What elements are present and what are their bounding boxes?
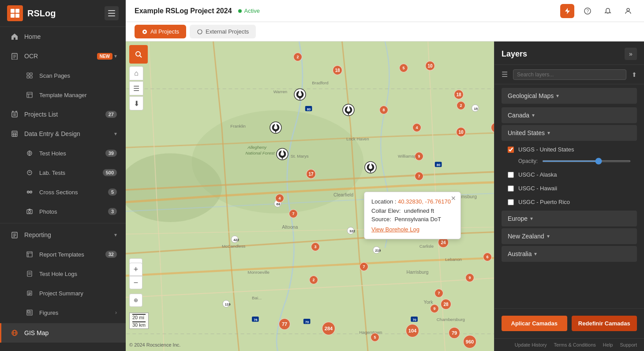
borehole-marker[interactable]: 18 bbox=[333, 65, 342, 75]
apply-layers-button[interactable]: Aplicar Camadas bbox=[502, 316, 567, 331]
target-marker[interactable] bbox=[293, 88, 307, 101]
map-download-button[interactable]: ⬇ bbox=[129, 96, 143, 110]
usgc-puerto-rico-checkbox[interactable] bbox=[508, 199, 514, 205]
borehole-marker[interactable]: 7 bbox=[289, 209, 298, 218]
borehole-marker[interactable]: 9 bbox=[415, 152, 423, 161]
target-marker[interactable] bbox=[276, 147, 289, 161]
sidebar-item-template-manager[interactable]: Template Manager bbox=[0, 85, 126, 105]
map-search-button[interactable] bbox=[129, 45, 148, 64]
usgc-alaska-checkbox[interactable] bbox=[508, 172, 514, 178]
support-link[interactable]: Support bbox=[620, 342, 637, 347]
borehole-marker[interactable]: 79 bbox=[449, 327, 460, 339]
opacity-slider[interactable] bbox=[542, 160, 631, 162]
borehole-marker[interactable]: 3 bbox=[311, 242, 320, 251]
sidebar-item-project-summary[interactable]: Project Summary bbox=[0, 283, 126, 303]
new-zealand-group-header[interactable]: New Zealand ▾ bbox=[502, 228, 637, 244]
australia-label: Australia bbox=[508, 250, 532, 257]
borehole-marker[interactable]: 4 bbox=[275, 194, 284, 203]
svg-text:Chambersburg: Chambersburg bbox=[437, 317, 465, 322]
usgc-puerto-rico-label: USGC - Puerto Rico bbox=[518, 199, 631, 205]
borehole-marker[interactable]: 5 bbox=[399, 64, 408, 72]
borehole-marker[interactable]: 6 bbox=[483, 253, 492, 261]
sidebar-item-figures[interactable]: Figures › bbox=[0, 303, 126, 322]
borehole-marker[interactable]: 77 bbox=[279, 318, 290, 330]
sidebar-item-gis-map[interactable]: GIS Map bbox=[0, 323, 126, 343]
zoom-in-button[interactable]: + bbox=[129, 263, 142, 276]
sidebar-item-cross-sections[interactable]: Cross Sections 5 bbox=[0, 182, 126, 202]
borehole-marker[interactable]: 9 bbox=[465, 273, 474, 282]
europe-group-header[interactable]: Europe ▾ bbox=[502, 211, 637, 226]
sidebar-item-photos[interactable]: Photos 3 bbox=[0, 202, 126, 221]
tab-external-projects[interactable]: External Projects bbox=[190, 25, 256, 38]
canada-group-header[interactable]: Canada ▾ bbox=[502, 107, 637, 123]
borehole-marker[interactable]: 10 bbox=[456, 127, 466, 137]
popup-close-button[interactable]: ✕ bbox=[451, 195, 456, 202]
layers-search-input[interactable] bbox=[513, 69, 626, 80]
borehole-marker[interactable]: 2 bbox=[309, 276, 318, 284]
target-marker[interactable] bbox=[342, 103, 355, 117]
compass-button[interactable]: ⊕ bbox=[129, 294, 142, 307]
target-marker[interactable] bbox=[269, 121, 282, 134]
borehole-marker[interactable]: 7 bbox=[359, 262, 368, 271]
sidebar-item-home[interactable]: Home bbox=[0, 27, 126, 46]
notifications-button[interactable] bbox=[601, 4, 615, 18]
borehole-marker[interactable]: 2 bbox=[457, 101, 465, 110]
australia-group-header[interactable]: Australia ▾ bbox=[502, 246, 637, 262]
borehole-marker[interactable]: 5 bbox=[371, 333, 379, 342]
borehole-marker[interactable]: 17 bbox=[306, 169, 316, 179]
sidebar-item-report-templates[interactable]: Report Templates 32 bbox=[0, 245, 126, 264]
borehole-marker[interactable]: 10 bbox=[425, 61, 435, 71]
borehole-marker[interactable]: 7 bbox=[415, 172, 423, 181]
help-button[interactable]: ? bbox=[580, 4, 595, 18]
geological-maps-header[interactable]: Geological Maps ▾ bbox=[502, 88, 637, 104]
svg-text:?: ? bbox=[587, 9, 589, 14]
borehole-marker[interactable]: 28 bbox=[441, 299, 451, 309]
usgc-hawaii-checkbox[interactable] bbox=[508, 185, 514, 192]
data-entry-chevron: ▾ bbox=[114, 131, 117, 137]
zoom-out-button[interactable]: − bbox=[129, 276, 142, 289]
borehole-marker[interactable]: 284 bbox=[322, 322, 335, 335]
usgs-us-checkbox[interactable] bbox=[508, 147, 514, 153]
sidebar-item-projects-list[interactable]: Projects List 27 bbox=[0, 105, 126, 124]
sidebar-item-data-entry[interactable]: Data Entry & Design ▾ bbox=[0, 124, 126, 143]
layers-expand-button[interactable]: » bbox=[625, 48, 637, 60]
sidebar-item-lab-tests[interactable]: Lab. Tests 500 bbox=[0, 163, 126, 182]
terms-link[interactable]: Terms & Conditions bbox=[554, 342, 595, 347]
lightning-button[interactable] bbox=[560, 4, 574, 18]
layers-list-button[interactable]: ☰ bbox=[500, 68, 509, 80]
svg-point-29 bbox=[27, 170, 32, 175]
borehole-marker[interactable]: 960 bbox=[463, 335, 476, 348]
popup-borehole-link[interactable]: View Borehole Log bbox=[371, 226, 419, 233]
borehole-marker[interactable]: 2 bbox=[293, 53, 302, 61]
europe-label: Europe bbox=[508, 215, 528, 222]
borehole-marker[interactable]: 9 bbox=[430, 304, 439, 313]
layers-scroll-button[interactable]: ⬆ bbox=[630, 69, 639, 80]
reset-layers-button[interactable]: Redefinir Camadas bbox=[572, 316, 637, 331]
sidebar-item-ocr[interactable]: OCR NEW ▾ bbox=[0, 46, 126, 66]
map-home-button[interactable]: ⌂ bbox=[129, 66, 143, 80]
sidebar-item-scan-pages[interactable]: Scan Pages bbox=[0, 66, 126, 85]
sidebar-item-test-hole-logs[interactable]: Test Hole Logs bbox=[0, 264, 126, 283]
svg-rect-15 bbox=[12, 112, 17, 117]
user-button[interactable] bbox=[621, 4, 635, 18]
borehole-marker[interactable]: 8 bbox=[379, 106, 388, 114]
projects-list-label: Projects List bbox=[24, 111, 105, 118]
svg-rect-8 bbox=[27, 73, 29, 75]
sidebar-item-test-holes[interactable]: Test Holes 39 bbox=[0, 143, 126, 163]
target-marker[interactable] bbox=[364, 161, 377, 174]
borehole-marker[interactable]: 4 bbox=[412, 123, 421, 132]
update-history-link[interactable]: Update History bbox=[515, 342, 547, 347]
borehole-marker[interactable]: 7 bbox=[434, 289, 443, 298]
sidebar-item-reporting[interactable]: Reporting ▾ bbox=[0, 225, 126, 245]
tab-all-projects[interactable]: All Projects bbox=[135, 25, 186, 38]
sidebar-logo: RSLog bbox=[0, 0, 126, 27]
hamburger-button[interactable] bbox=[105, 6, 119, 20]
svg-text:219: 219 bbox=[375, 249, 381, 253]
map-container[interactable]: Franklin St. Marys Lock Haven Williamspo… bbox=[126, 42, 494, 351]
us-group-header[interactable]: United States ▾ bbox=[502, 125, 637, 141]
help-link[interactable]: Help bbox=[603, 342, 613, 347]
borehole-marker[interactable]: 104 bbox=[406, 324, 419, 337]
map-layers-list-button[interactable]: ☰ bbox=[129, 81, 143, 95]
lab-tests-label: Lab. Tests bbox=[39, 170, 103, 176]
borehole-marker[interactable]: 18 bbox=[454, 90, 464, 99]
